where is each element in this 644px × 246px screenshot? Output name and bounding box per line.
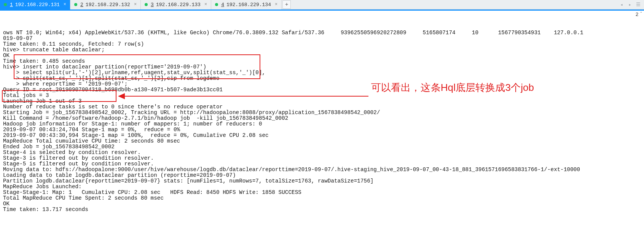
tabs-menu-icon[interactable]: ☰ (636, 2, 641, 8)
terminal-line: Moving data to: hdfs://hadoopalone:9000/… (3, 167, 641, 173)
terminal-line: Number of reduce tasks is set to 0 since… (3, 104, 641, 110)
annotation-text: 可以看出，这条Hql底层转换成3个job (371, 85, 534, 90)
terminal-line: 2019-09-07 00:43:30,994 Stage-1 map = 10… (3, 133, 641, 138)
terminal-line: Time taken: 13.717 seconds (3, 207, 641, 213)
terminal-line: MapReduce Jobs Launched: (3, 184, 641, 190)
terminal-output: 2 ˆ ows NT 10.0; Win64; x64) AppleWebKit… (0, 11, 644, 246)
terminal-line: hive> truncate table dataclear; (3, 47, 641, 53)
terminal-line: OK (3, 53, 641, 59)
tab-number: 1 (10, 2, 13, 8)
tab-label: 192.168.229.131 (15, 2, 60, 8)
terminal-line: Starting Job = job_1567838498542_0002, T… (3, 110, 641, 116)
terminal-line: Stage-4 is selected by condition resolve… (3, 150, 641, 156)
tab-label: 192.168.229.134 (226, 2, 271, 8)
session-tab-4[interactable]: 4192.168.229.134× (211, 0, 282, 10)
terminal-line: Time taken: 0.11 seconds, Fetched: 7 row… (3, 41, 641, 47)
session-tab-3[interactable]: 3192.168.229.133× (141, 0, 211, 10)
terminal-line: Stage-Stage-1: Map: 1 Cumulative CPU: 2.… (3, 190, 641, 195)
scroll-position-number: 2 (636, 12, 639, 17)
terminal-line: Kill Command = /home/software/hadoop-2.7… (3, 116, 641, 121)
terminal-line: > where reportTime = '2019-09-07'; (3, 81, 641, 87)
tab-bar: 1192.168.229.131×2192.168.229.132×3192.1… (0, 0, 644, 10)
tab-bar-right-controls: ◂ ▸ ☰ (619, 2, 644, 8)
session-tab-1[interactable]: 1192.168.229.131× (0, 0, 70, 10)
tab-number: 3 (151, 2, 154, 8)
close-tab-icon[interactable]: × (64, 2, 66, 7)
terminal-line: Loading data to table logdb.dataclear pa… (3, 173, 641, 178)
connection-status-icon (74, 3, 77, 6)
terminal-line: Total MapReduce CPU Time Spent: 2 second… (3, 195, 641, 201)
terminal-line: Stage-3 is filtered out by condition res… (3, 156, 641, 161)
terminal-line: MapReduce Total cumulative CPU time: 2 s… (3, 138, 641, 144)
add-tab-button[interactable]: + (282, 0, 291, 9)
tabs-container: 1192.168.229.131×2192.168.229.132×3192.1… (0, 0, 282, 10)
close-tab-icon[interactable]: × (134, 2, 137, 7)
close-tab-icon[interactable]: × (275, 2, 277, 7)
tabs-scroll-right-icon[interactable]: ▸ (627, 2, 633, 8)
connection-status-icon (145, 3, 148, 6)
tab-number: 4 (221, 2, 224, 8)
terminal-line: > split(stat_ss,'_')[1],split(stat_ss,'_… (3, 76, 641, 81)
terminal-line: > select split(url,'-')[2],urlname,ref,u… (3, 70, 641, 76)
terminal-line: Total jobs = 3 (3, 93, 641, 98)
terminal-line: Hadoop job information for Stage-1: numb… (3, 121, 641, 127)
terminal-line: 2019-09-07 00:43:24,704 Stage-1 map = 0%… (3, 127, 641, 133)
terminal-line: Time taken: 0.485 seconds (3, 59, 641, 64)
terminal-line: hive> insert into dataclear partition(re… (3, 64, 641, 70)
connection-status-icon (215, 3, 218, 6)
close-tab-icon[interactable]: × (204, 2, 207, 7)
terminal-line: ows NT 10.0; Win64; x64) AppleWebKit/537… (3, 30, 641, 36)
terminal-line: Launching Job 1 out of 3 (3, 98, 641, 104)
tabs-scroll-left-icon[interactable]: ◂ (619, 2, 624, 8)
connection-status-icon (4, 3, 7, 6)
tab-label: 192.168.229.133 (156, 2, 201, 8)
terminal-line: Ended Job = job_1567838498542_0002 (3, 144, 641, 150)
scroll-position-indicator: 2 ˆ (636, 12, 642, 17)
terminal-line: OK (3, 201, 641, 207)
tab-number: 2 (80, 2, 83, 8)
terminal-line: Partition logdb.dataclear{reporttime=201… (3, 178, 641, 184)
session-tab-2[interactable]: 2192.168.229.132× (70, 0, 141, 10)
terminal-line: 019-09-07 (3, 36, 641, 41)
terminal-line: Query ID = root_20190907004318_b698db0b-… (3, 87, 641, 93)
tab-label: 192.168.229.132 (86, 2, 130, 8)
scroll-up-icon[interactable]: ˆ (640, 12, 642, 17)
terminal-line: Stage-5 is filtered out by condition res… (3, 161, 641, 167)
